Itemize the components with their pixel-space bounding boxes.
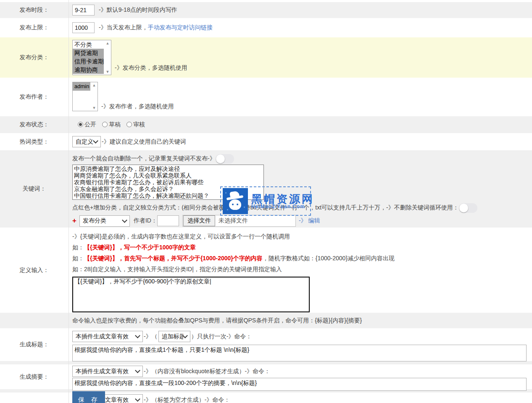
row-command-info: 命令输入也是按字收费的，每个功能都会叠加QPS与费用，请根据QPS条件开启，命令… — [0, 313, 532, 328]
gen-tags-label-empty — [0, 393, 68, 403]
chevron-down-icon — [182, 333, 188, 338]
gen-title-command-textarea[interactable]: 根据我提供给你的内容，直接生成1个标题，只要1个标题 \n\n{标题} — [72, 345, 527, 361]
define-input-textarea[interactable]: 【{关键词}】，并写不少于{600-900}个字的原创文章| — [72, 277, 310, 312]
keyword-category-select[interactable]: 发布分类 — [79, 215, 130, 227]
scrollbar[interactable]: ▲ ▼ — [91, 82, 97, 111]
watermark-title: 黑帽资源网 — [251, 193, 314, 205]
add-category-button[interactable]: + — [72, 217, 76, 225]
example-prefix: 如： — [72, 244, 84, 251]
edit-link[interactable]: 编辑 — [308, 217, 320, 225]
example-red-text: 【{关键词}】，首先写一个标题，并写不少于{1000-2000}个字的内容 — [84, 255, 263, 262]
category-option[interactable]: 网贷逾期 — [73, 49, 104, 57]
row-gen-title: 生成标题： 本插件生成文章有效 -》（ 追加标题 ）只执行一次-》命令： 根据我… — [0, 328, 532, 361]
manual-publish-link[interactable]: 手动发布与定时访问链接 — [148, 24, 213, 31]
gen-title-after: ）只执行一次-》命令： — [191, 333, 252, 340]
select-value: 本插件生成文章有效 — [76, 368, 129, 375]
radio-label: 草稿 — [109, 121, 121, 128]
file-status-text: 未选择文件 — [219, 217, 248, 225]
radio-icon[interactable] — [102, 122, 108, 127]
gen-title-mid: -》（ — [144, 333, 158, 340]
chevron-down-icon — [93, 138, 98, 144]
status-radio-public[interactable]: 公开 — [78, 121, 96, 128]
publish-category-hint: -》发布分类，多选随机使用 — [115, 64, 187, 72]
command-info-text: 命令输入也是按字收费的，每个功能都会叠加QPS与费用，请根据QPS条件开启，命令… — [72, 317, 362, 324]
define-hint-3: 如：【{关键词}】，首先写一个标题，并写不少于{1000-2000}个字的内容，… — [72, 253, 532, 264]
publish-category-multiselect[interactable]: 不分类 网贷逾期 信用卡逾期 逾期协商 ▲ ▼ — [72, 40, 111, 75]
keywords-loop-hint: -》不删除关键词循环使用： — [386, 204, 459, 212]
save-button[interactable]: 保 存 — [72, 391, 105, 403]
define-hint-4: 如：28|自定义输入，支持输入开头指定分类ID|，指定分类的关键词使用指定输入 — [72, 264, 532, 275]
row-hotword-type: 热词类型： 自定义 -》建议自定义使用自己的关键词 — [0, 133, 532, 150]
scroll-down-icon[interactable]: ▼ — [106, 69, 110, 75]
select-value: 追加标题 — [162, 333, 183, 340]
chevron-down-icon — [135, 333, 140, 338]
watermark-box: 黑帽资源网 HeiMaoZiYuan.Com — [220, 186, 311, 216]
gen-summary-after: -》（内容没有blockquote标签才生成）-》命令： — [144, 368, 270, 375]
row-publish-category: 发布分类： 不分类 网贷逾期 信用卡逾期 逾期协商 ▲ ▼ -》发布分类，多选随… — [0, 37, 532, 78]
gen-summary-command-textarea[interactable]: 根据我提供给你的内容，直接生成一段100-200个字的摘要，\n\n{标题} — [72, 378, 527, 391]
define-hint-2: 如：【{关键词}】，写一个不少于1000字的文章 — [72, 242, 532, 253]
example-prefix: 如： — [72, 255, 84, 262]
scrollbar[interactable]: ▲ ▼ — [104, 40, 111, 75]
publish-limit-label: 发布上限： — [0, 18, 68, 37]
publish-limit-hint: -》当天发布上限， — [99, 24, 148, 31]
gen-summary-mode-select[interactable]: 本插件生成文章有效 — [72, 366, 143, 377]
row-publish-status: 发布状态： 公开 草稿 审核 — [0, 116, 532, 133]
select-value: 发布分类 — [83, 217, 106, 225]
define-input-label: 定义输入： — [0, 228, 68, 313]
row-gen-summary: 生成摘要： 本插件生成文章有效 -》（内容没有blockquote标签才生成）-… — [0, 364, 532, 389]
radio-label: 公开 — [84, 121, 96, 128]
select-value: 本插件生成文章有效 — [76, 333, 129, 340]
row-define-input: 定义输入： -》{关键词}是必须的，生成内容字数也在这里定义，可以设置多个一行一… — [0, 228, 532, 313]
category-option[interactable]: 信用卡逾期 — [73, 57, 104, 65]
author-option[interactable]: admin — [73, 82, 90, 91]
choose-file-button[interactable]: 选择文件 — [183, 215, 215, 226]
status-radio-review[interactable]: 审核 — [126, 121, 145, 128]
row-publish-time: 发布时段： -》默认9-18点的时间段内写作 — [0, 2, 532, 18]
keep-keywords-toggle[interactable] — [459, 203, 477, 213]
publish-status-label: 发布状态： — [0, 116, 68, 133]
author-id-input[interactable] — [157, 215, 179, 226]
select-value: 自定义 — [76, 138, 93, 146]
edit-arrow: -》 — [299, 217, 307, 225]
keywords-toggle-hint: 发布一个就会自动删除一个，记录重复关键词不发布-》 — [72, 155, 216, 162]
scroll-up-icon[interactable]: ▲ — [106, 40, 110, 46]
chevron-down-icon — [122, 217, 127, 223]
gen-summary-label: 生成摘要： — [0, 364, 68, 389]
settings-form: 发布时段： -》默认9-18点的时间段内写作 发布上限： -》当天发布上限， 手… — [0, 0, 532, 403]
publish-author-multiselect[interactable]: admin ▲ ▼ — [72, 82, 98, 111]
heimao-logo-icon — [223, 188, 248, 214]
publish-time-label: 发布时段： — [0, 2, 68, 18]
gen-tags-after: -》（标签为空才生成）-》命令： — [144, 396, 230, 403]
gen-title-label: 生成标题： — [0, 328, 68, 361]
publish-author-label: 发布作者： — [0, 78, 68, 116]
radio-label: 审核 — [133, 121, 145, 128]
category-option[interactable]: 不分类 — [73, 40, 104, 49]
hotword-type-hint: -》建议自定义使用自己的关键词 — [102, 138, 186, 146]
publish-time-input[interactable] — [72, 5, 95, 16]
command-info-label-empty — [0, 313, 68, 328]
define-hint-1: -》{关键词}是必须的，生成内容字数也在这里定义，可以设置多个一行一个随机调用 — [72, 231, 532, 242]
gen-title-append-select[interactable]: 追加标题 — [158, 331, 190, 342]
author-id-label: 作者ID： — [134, 217, 157, 225]
scroll-down-icon[interactable]: ▼ — [92, 105, 96, 111]
example-red-text: 【{关键词}】，写一个不少于1000字的文章 — [84, 244, 196, 251]
gen-title-mode-select[interactable]: 本插件生成文章有效 — [72, 331, 143, 342]
keyword-file-input[interactable]: 选择文件 未选择文件 — [182, 215, 296, 227]
hotword-type-label: 热词类型： — [0, 133, 68, 150]
category-option[interactable]: 逾期协商 — [73, 65, 104, 74]
radio-selected-icon[interactable] — [78, 122, 83, 127]
label-column-divider — [68, 0, 69, 403]
status-radio-draft[interactable]: 草稿 — [102, 121, 121, 128]
watermark-url: HeiMaoZiYuan.Com — [251, 204, 314, 209]
delete-after-publish-toggle[interactable] — [216, 154, 234, 164]
chevron-down-icon — [135, 368, 140, 373]
publish-limit-input[interactable] — [72, 22, 95, 33]
radio-icon[interactable] — [126, 122, 132, 127]
keywords-label: 关键词： — [0, 150, 68, 228]
publish-author-hint: -》发布作者，多选随机使用 — [101, 103, 174, 110]
scroll-up-icon[interactable]: ▲ — [92, 82, 96, 88]
hotword-type-select[interactable]: 自定义 — [72, 136, 101, 147]
publish-category-label: 发布分类： — [0, 37, 68, 78]
publish-time-hint: -》默认9-18点的时间段内写作 — [99, 6, 177, 14]
